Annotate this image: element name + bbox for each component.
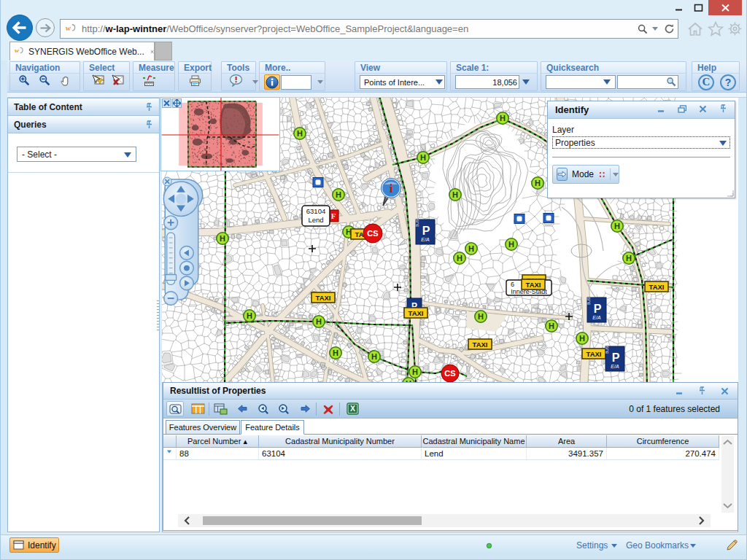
svg-text:X: X — [349, 404, 355, 413]
svg-text:E/A: E/A — [421, 237, 430, 242]
svg-text:6: 6 — [511, 281, 514, 288]
svg-text:F: F — [331, 211, 336, 220]
svg-text:H: H — [371, 352, 377, 361]
svg-text:TAXI: TAXI — [409, 309, 424, 317]
svg-text:H: H — [579, 334, 585, 343]
svg-text:H: H — [614, 222, 620, 230]
svg-text:H: H — [626, 254, 632, 262]
svg-text:H: H — [535, 179, 541, 187]
svg-text:E/A: E/A — [592, 315, 601, 320]
svg-text:CS: CS — [367, 229, 378, 238]
svg-text:H: H — [420, 153, 426, 162]
svg-text:BUS: BUS — [605, 346, 609, 354]
svg-text:H: H — [549, 322, 554, 330]
svg-text:H: H — [220, 234, 225, 243]
svg-text:63104: 63104 — [306, 207, 325, 215]
svg-text:i: i — [390, 182, 393, 195]
svg-text:E/A: E/A — [611, 364, 619, 369]
svg-text:BUS: BUS — [415, 219, 419, 227]
svg-text:H: H — [508, 240, 514, 249]
svg-text:H: H — [412, 368, 418, 376]
svg-text:TAXI: TAXI — [473, 341, 488, 349]
svg-text:H: H — [333, 349, 338, 357]
svg-text:TAXI: TAXI — [587, 350, 602, 358]
svg-text:H: H — [452, 190, 458, 199]
svg-text:P: P — [422, 225, 430, 237]
svg-text:P: P — [594, 303, 602, 315]
svg-text:H: H — [336, 190, 341, 199]
svg-text:TAXI: TAXI — [526, 281, 541, 289]
svg-text:H: H — [247, 311, 252, 320]
svg-text:TAXI: TAXI — [316, 294, 331, 302]
svg-text:P: P — [612, 351, 620, 364]
svg-text:BUS: BUS — [587, 297, 591, 305]
svg-text:H: H — [457, 254, 462, 262]
svg-text:H: H — [468, 244, 474, 253]
svg-text:Lend: Lend — [308, 216, 323, 224]
svg-text:w: w — [66, 24, 71, 32]
svg-text:H: H — [316, 317, 322, 326]
svg-text:w: w — [15, 47, 20, 54]
svg-text:H: H — [500, 114, 506, 122]
svg-text:CS: CS — [444, 369, 455, 378]
svg-text:H: H — [478, 312, 484, 321]
svg-text:H: H — [297, 129, 303, 138]
svg-text:TAXI: TAXI — [649, 283, 665, 291]
